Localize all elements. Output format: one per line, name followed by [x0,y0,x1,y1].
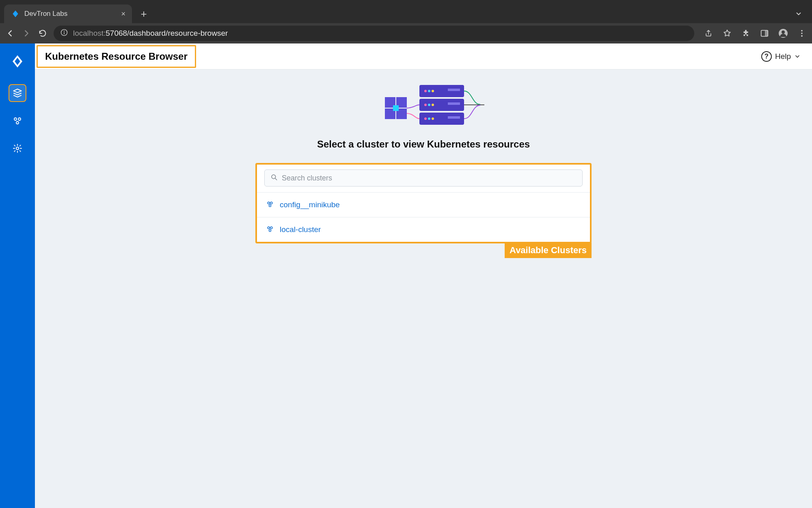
top-bar: Kubernetes Resource Browser ? Help [35,43,812,69]
cluster-list-panel: config__minikube local-cluster Available… [255,163,592,243]
svg-point-26 [424,117,427,120]
search-icon [270,174,278,182]
svg-point-1 [64,30,65,31]
sidebar [0,43,35,508]
main-panel: Kubernetes Resource Browser ? Help [35,43,812,508]
address-bar[interactable]: localhost:57068/dashboard/resource-brows… [54,26,694,41]
svg-point-13 [16,147,19,150]
svg-point-22 [432,90,434,92]
profile-avatar-icon[interactable] [778,28,788,39]
help-icon: ? [761,51,772,62]
sidebar-item-resource-browser[interactable] [9,84,26,102]
svg-point-37 [270,202,272,204]
back-button[interactable] [5,28,15,39]
sidebar-item-settings[interactable] [9,139,26,157]
svg-rect-2 [64,32,65,34]
new-tab-button[interactable]: + [136,6,151,22]
svg-point-34 [272,175,276,179]
tab-title: DevTron Labs [24,10,67,18]
svg-point-6 [782,30,785,34]
cluster-row[interactable]: config__minikube [257,192,590,217]
chevron-down-icon [794,53,801,60]
svg-point-23 [424,104,427,106]
svg-point-25 [432,104,434,106]
svg-rect-33 [393,105,399,111]
svg-line-35 [275,178,277,180]
svg-point-7 [801,30,803,32]
sidepanel-icon[interactable] [759,28,770,39]
help-label: Help [775,52,791,61]
svg-rect-4 [765,30,768,37]
url-text: localhost:57068/dashboard/resource-brows… [73,29,228,38]
svg-point-9 [801,35,803,37]
svg-point-10 [14,118,17,120]
share-icon[interactable] [703,28,714,39]
svg-point-36 [268,202,270,204]
svg-rect-19 [448,116,460,119]
svg-point-21 [428,90,430,92]
svg-point-11 [18,118,21,120]
tabs-dropdown-icon[interactable] [795,10,802,19]
browser-toolbar: localhost:57068/dashboard/resource-brows… [0,23,812,43]
available-clusters-annotation: Available Clusters [505,243,592,258]
devtron-logo-icon[interactable] [9,52,26,70]
svg-point-38 [269,205,271,207]
site-info-icon[interactable] [60,28,68,39]
kebab-menu-icon[interactable] [797,28,807,39]
app-root: Kubernetes Resource Browser ? Help [0,43,812,508]
svg-point-39 [268,227,270,229]
svg-point-28 [432,117,434,120]
cluster-icon [266,200,274,210]
svg-point-40 [270,227,272,229]
svg-point-8 [801,33,803,34]
sidebar-item-clusters[interactable] [9,112,26,130]
reload-button[interactable] [37,28,48,39]
devtron-favicon-icon [11,10,19,18]
cluster-name: config__minikube [280,200,340,209]
cluster-icon [266,225,274,234]
browser-tabstrip: DevTron Labs × + [0,0,812,23]
cluster-name: local-cluster [280,225,321,234]
help-button[interactable]: ? Help [761,51,801,62]
svg-point-41 [269,230,271,232]
svg-point-24 [428,104,430,106]
content-heading: Select a cluster to view Kubernetes reso… [317,139,530,150]
svg-point-27 [428,117,430,120]
svg-point-12 [16,122,19,124]
svg-rect-17 [448,89,460,91]
extensions-icon[interactable] [741,28,751,39]
svg-point-20 [424,90,427,92]
close-tab-icon[interactable]: × [121,10,125,17]
cluster-row[interactable]: local-cluster [257,217,590,242]
forward-button[interactable] [21,28,32,39]
page-title-highlight-annotation: Kubernetes Resource Browser [37,45,196,68]
search-input[interactable] [282,174,577,182]
content-area: Select a cluster to view Kubernetes reso… [35,69,812,508]
svg-rect-18 [448,102,460,105]
bookmark-star-icon[interactable] [722,28,732,39]
browser-tab[interactable]: DevTron Labs × [4,4,132,23]
page-title: Kubernetes Resource Browser [45,51,188,62]
search-clusters-field[interactable] [264,169,583,187]
cluster-illustration [363,81,484,132]
